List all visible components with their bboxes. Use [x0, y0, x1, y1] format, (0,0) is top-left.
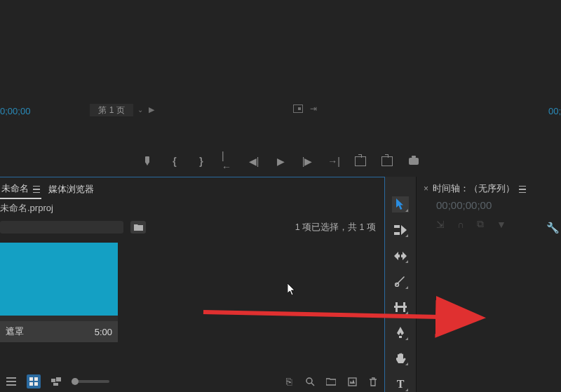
clip-preview-image [0, 243, 118, 316]
marker-icon[interactable]: ▼ [496, 219, 506, 230]
selection-tool[interactable] [392, 196, 409, 212]
linked-selection-icon[interactable]: ⧉ [477, 218, 484, 230]
page-dropdown[interactable]: 第 1 页 [90, 104, 133, 116]
add-marker-button[interactable] [142, 156, 153, 167]
list-view-button[interactable] [6, 376, 17, 387]
svg-rect-5 [29, 382, 33, 386]
pen-tool[interactable] [392, 325, 409, 341]
automate-to-sequence-button[interactable]: ⎘ [283, 376, 295, 387]
panel-menu-icon[interactable] [519, 186, 526, 193]
insert-overwrite-icon[interactable]: ⇲ [436, 219, 445, 230]
tab-project[interactable]: 未命名 [0, 180, 41, 199]
settings-icon[interactable]: 🔧 [546, 222, 560, 234]
monitor-mini-icons: ⇥ [293, 104, 317, 114]
svg-rect-4 [34, 377, 38, 381]
mark-out-button[interactable]: } [195, 156, 206, 167]
ripple-edit-tool[interactable] [392, 248, 409, 264]
svg-rect-12 [349, 378, 356, 386]
tools-panel: T [385, 177, 417, 392]
monitor-timecode-right[interactable]: 00; [548, 106, 561, 116]
track-select-tool[interactable] [392, 222, 409, 238]
project-bin-canvas[interactable]: 遮罩 5:00 [0, 243, 384, 371]
snap-icon[interactable]: ∩ [457, 219, 464, 230]
svg-rect-9 [53, 383, 58, 386]
clip-thumbnail[interactable]: 遮罩 5:00 [0, 243, 118, 346]
svg-rect-6 [34, 382, 38, 386]
clip-duration: 5:00 [95, 327, 112, 337]
svg-rect-7 [51, 379, 55, 382]
extract-button[interactable] [381, 156, 393, 167]
play-small-icon[interactable]: ▶ [149, 105, 154, 114]
clip-label-color [0, 316, 118, 321]
new-bin-button[interactable] [325, 376, 337, 387]
svg-rect-2 [6, 384, 16, 386]
slip-icon [394, 302, 407, 312]
type-tool[interactable]: T [392, 376, 409, 392]
svg-rect-14 [394, 232, 400, 235]
svg-rect-13 [394, 225, 400, 228]
delete-button[interactable] [367, 376, 379, 387]
svg-point-10 [306, 378, 312, 384]
svg-line-11 [311, 383, 314, 386]
freeform-view-button[interactable] [50, 376, 62, 387]
icon-view-button[interactable] [27, 374, 41, 388]
svg-rect-0 [6, 377, 16, 379]
lift-button[interactable] [355, 156, 366, 167]
svg-rect-1 [6, 381, 16, 382]
timeline-tab-label[interactable]: 时间轴：（无序列） [433, 182, 515, 195]
timeline-header-icons: ⇲ ∩ ⧉ ▼ [417, 218, 561, 230]
svg-rect-3 [29, 377, 33, 381]
clip-name: 遮罩 [6, 325, 24, 338]
svg-rect-8 [56, 377, 61, 381]
razor-tool[interactable] [392, 273, 409, 290]
monitor-timecode-left[interactable]: 0;00;00 [0, 106, 30, 116]
project-panel: 未命名 媒体浏览器 未命名.prproj 1 项已选择，共 1 项 遮罩 5:0… [0, 177, 385, 392]
tab-media-browser[interactable]: 媒体浏览器 [47, 180, 95, 198]
search-input[interactable] [0, 221, 123, 234]
chevron-down-icon[interactable]: ⌄ [137, 106, 143, 114]
panel-tabs: 未命名 媒体浏览器 [0, 179, 384, 200]
hand-tool[interactable] [392, 351, 409, 367]
new-item-button[interactable] [346, 376, 358, 387]
export-frame-button[interactable] [408, 156, 419, 167]
timeline-panel: × 时间轴：（无序列） 00;00;00;00 ⇲ ∩ ⧉ ▼ 🔧 [417, 177, 561, 392]
find-button[interactable] [304, 376, 316, 387]
mark-in-button[interactable]: { [168, 156, 180, 167]
snap-icon[interactable]: ⇥ [310, 104, 317, 114]
find-button[interactable] [130, 221, 146, 234]
slip-tool[interactable] [392, 299, 409, 316]
zoom-slider[interactable] [72, 380, 109, 383]
project-bottom-bar: ⎘ [0, 371, 384, 392]
go-to-in-button[interactable]: |← [222, 156, 233, 167]
step-forward-button[interactable]: |▶ [302, 156, 313, 167]
panel-menu-icon[interactable] [33, 186, 40, 193]
transport-controls: { } |← ◀| ▶ |▶ →| [0, 153, 561, 170]
step-back-button[interactable]: ◀| [248, 156, 259, 167]
safe-margins-icon[interactable] [293, 104, 303, 113]
close-icon[interactable]: × [424, 184, 428, 194]
project-filename: 未命名.prproj [0, 200, 384, 219]
program-monitor-area: 0;00;00 第 1 页 ⌄ ▶ 00; ⇥ { } |← ◀| ▶ |▶ →… [0, 0, 561, 177]
timeline-timecode[interactable]: 00;00;00;00 [417, 199, 561, 211]
folder-search-icon [134, 224, 143, 231]
mouse-cursor-icon [288, 283, 297, 296]
go-to-out-button[interactable]: →| [328, 156, 339, 167]
play-button[interactable]: ▶ [275, 156, 286, 167]
selection-status: 1 项已选择，共 1 项 [295, 222, 376, 234]
